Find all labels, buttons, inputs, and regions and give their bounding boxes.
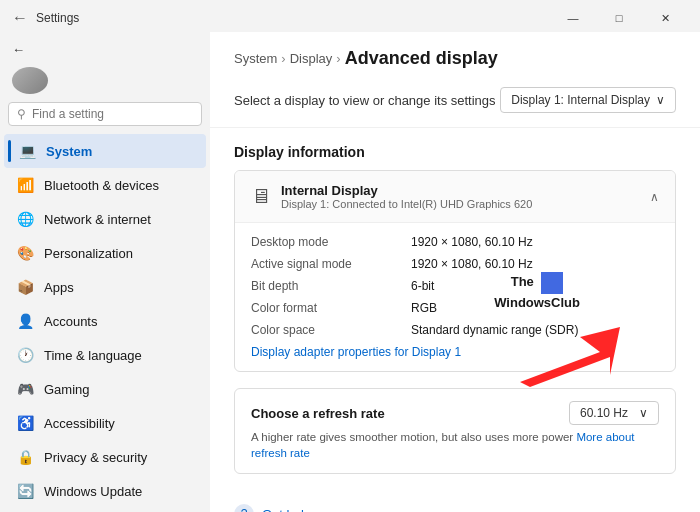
display-info-title: Display information [234, 144, 676, 160]
content-area: System › Display › Advanced display Sele… [210, 32, 700, 512]
sidebar-item-bluetooth[interactable]: 📶Bluetooth & devices [4, 168, 206, 202]
refresh-rate-title: Choose a refresh rate [251, 406, 385, 421]
nav-items-container: 💻System📶Bluetooth & devices🌐Network & in… [0, 134, 210, 508]
breadcrumb-sep2: › [336, 51, 340, 66]
refresh-rate-card: Choose a refresh rate 60.10 Hz ∨ A highe… [234, 388, 676, 474]
info-label: Color space [251, 323, 411, 337]
info-rows-container: Desktop mode1920 × 1080, 60.10 HzActive … [251, 231, 659, 341]
adapter-properties-link[interactable]: Display adapter properties for Display 1 [251, 345, 461, 359]
active-bar [8, 140, 11, 162]
help-link-get-help[interactable]: ?Get help [234, 498, 676, 512]
sidebar-item-label-system: System [46, 144, 92, 159]
sidebar-item-label-network: Network & internet [44, 212, 151, 227]
accounts-icon: 👤 [16, 312, 34, 330]
app-body: ← ⚲ 💻System📶Bluetooth & devices🌐Network … [0, 32, 700, 512]
back-icon: ← [12, 42, 25, 57]
info-row: Color formatRGB [251, 297, 659, 319]
accessibility-icon: ♿ [16, 414, 34, 432]
maximize-button[interactable]: □ [596, 2, 642, 34]
refresh-rate-dropdown[interactable]: 60.10 Hz ∨ [569, 401, 659, 425]
avatar [12, 67, 48, 94]
sidebar-item-accessibility[interactable]: ♿Accessibility [4, 406, 206, 440]
sidebar-back-nav[interactable]: ← [0, 36, 210, 63]
refresh-rate-description: A higher rate gives smoother motion, but… [251, 429, 659, 461]
info-value: 6-bit [411, 279, 434, 293]
monitor-icon: 🖥 [251, 185, 271, 208]
windows-update-icon: 🔄 [16, 482, 34, 500]
main-content: Display information 🖥 Internal Display D… [210, 128, 700, 512]
get-help-icon: ? [234, 504, 254, 512]
sidebar-item-gaming[interactable]: 🎮Gaming [4, 372, 206, 406]
bluetooth-icon: 📶 [16, 176, 34, 194]
sidebar-item-label-time: Time & language [44, 348, 142, 363]
display-info-card: 🖥 Internal Display Display 1: Connected … [234, 170, 676, 372]
card-body: Desktop mode1920 × 1080, 60.10 HzActive … [235, 223, 675, 371]
sidebar-item-label-personalization: Personalization [44, 246, 133, 261]
display-selector-row: Select a display to view or change its s… [210, 77, 700, 128]
gaming-icon: 🎮 [16, 380, 34, 398]
display-dropdown-arrow: ∨ [656, 93, 665, 107]
display-dropdown-value: Display 1: Internal Display [511, 93, 650, 107]
privacy-icon: 🔒 [16, 448, 34, 466]
titlebar-controls: — □ ✕ [550, 2, 688, 34]
sidebar-item-label-accessibility: Accessibility [44, 416, 115, 431]
sidebar-item-privacy[interactable]: 🔒Privacy & security [4, 440, 206, 474]
system-icon: 💻 [18, 142, 36, 160]
refresh-rate-header: Choose a refresh rate 60.10 Hz ∨ [251, 401, 659, 425]
help-links-container: ?Get help↗Give feedback [234, 498, 676, 512]
info-label: Bit depth [251, 279, 411, 293]
back-button[interactable]: ← [12, 9, 28, 27]
display-sub: Display 1: Connected to Intel(R) UHD Gra… [281, 198, 532, 210]
sidebar-item-personalization[interactable]: 🎨Personalization [4, 236, 206, 270]
display-dropdown[interactable]: Display 1: Internal Display ∨ [500, 87, 676, 113]
sidebar-item-label-gaming: Gaming [44, 382, 90, 397]
info-row: Color spaceStandard dynamic range (SDR) [251, 319, 659, 341]
sidebar-item-apps[interactable]: 📦Apps [4, 270, 206, 304]
sidebar-item-label-privacy: Privacy & security [44, 450, 147, 465]
breadcrumb: System › Display › Advanced display [210, 32, 700, 77]
info-label: Active signal mode [251, 257, 411, 271]
help-links: ?Get help↗Give feedback [234, 490, 676, 512]
card-chevron-icon[interactable]: ∧ [650, 190, 659, 204]
info-label: Color format [251, 301, 411, 315]
info-label: Desktop mode [251, 235, 411, 249]
close-button[interactable]: ✕ [642, 2, 688, 34]
info-value: Standard dynamic range (SDR) [411, 323, 578, 337]
sidebar-item-label-apps: Apps [44, 280, 74, 295]
display-name-group: Internal Display Display 1: Connected to… [281, 183, 532, 210]
breadcrumb-system[interactable]: System [234, 51, 277, 66]
titlebar-title: Settings [36, 11, 79, 25]
info-value: RGB [411, 301, 437, 315]
apps-icon: 📦 [16, 278, 34, 296]
titlebar-left: ← Settings [12, 9, 79, 27]
minimize-button[interactable]: — [550, 2, 596, 34]
search-box[interactable]: ⚲ [8, 102, 202, 126]
info-row: Active signal mode1920 × 1080, 60.10 Hz [251, 253, 659, 275]
breadcrumb-display[interactable]: Display [290, 51, 333, 66]
card-header-left: 🖥 Internal Display Display 1: Connected … [251, 183, 532, 210]
help-link-label-get-help: Get help [262, 507, 311, 512]
search-input[interactable] [32, 107, 193, 121]
time-icon: 🕐 [16, 346, 34, 364]
sidebar-item-label-bluetooth: Bluetooth & devices [44, 178, 159, 193]
sidebar-item-accounts[interactable]: 👤Accounts [4, 304, 206, 338]
info-row: Desktop mode1920 × 1080, 60.10 Hz [251, 231, 659, 253]
display-name: Internal Display [281, 183, 532, 198]
refresh-dropdown-value: 60.10 Hz [580, 406, 628, 420]
sidebar-item-system[interactable]: 💻System [4, 134, 206, 168]
personalization-icon: 🎨 [16, 244, 34, 262]
sidebar-item-network[interactable]: 🌐Network & internet [4, 202, 206, 236]
sidebar-item-label-accounts: Accounts [44, 314, 97, 329]
card-header: 🖥 Internal Display Display 1: Connected … [235, 171, 675, 223]
sidebar-item-label-windows-update: Windows Update [44, 484, 142, 499]
refresh-dropdown-arrow: ∨ [639, 406, 648, 420]
info-row: Bit depth6-bit [251, 275, 659, 297]
breadcrumb-sep1: › [281, 51, 285, 66]
info-value: 1920 × 1080, 60.10 Hz [411, 235, 533, 249]
sidebar: ← ⚲ 💻System📶Bluetooth & devices🌐Network … [0, 32, 210, 512]
breadcrumb-current: Advanced display [345, 48, 498, 69]
sidebar-item-windows-update[interactable]: 🔄Windows Update [4, 474, 206, 508]
info-value: 1920 × 1080, 60.10 Hz [411, 257, 533, 271]
content-wrapper: System › Display › Advanced display Sele… [210, 32, 700, 512]
sidebar-item-time[interactable]: 🕐Time & language [4, 338, 206, 372]
